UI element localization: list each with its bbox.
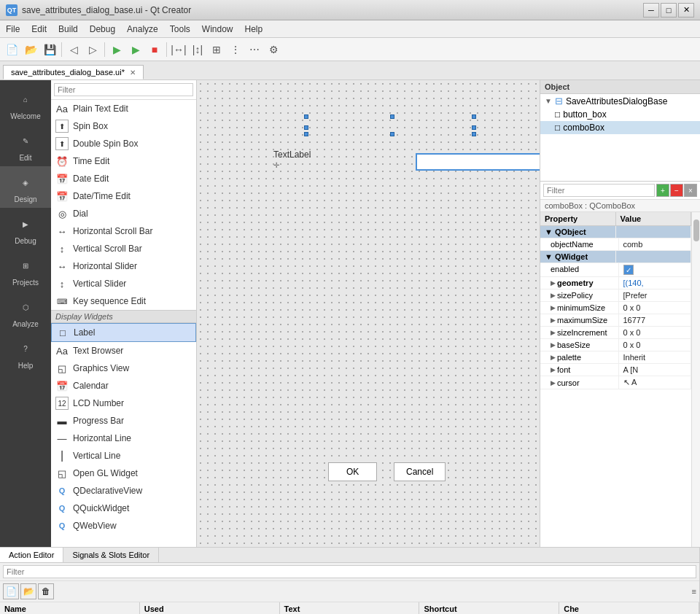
- toolbar-run[interactable]: ▶: [108, 41, 125, 58]
- tree-root[interactable]: ▼ ⊟ SaveAttributesDialogBase: [540, 94, 700, 108]
- mode-welcome[interactable]: ⌂ Welcome: [0, 83, 51, 125]
- pfbtn-green[interactable]: +: [656, 184, 669, 197]
- menu-debug[interactable]: Debug: [84, 23, 121, 36]
- menu-file[interactable]: File: [0, 23, 26, 36]
- widget-datetime-edit[interactable]: 📅 Date/Time Edit: [51, 187, 196, 205]
- toolbar-btn-a[interactable]: |↔|: [170, 41, 187, 58]
- widget-opengl[interactable]: ◱ Open GL Widget: [51, 465, 196, 482]
- widget-dial[interactable]: ◎ Dial: [51, 205, 196, 222]
- action-open-btn[interactable]: 📂: [20, 583, 36, 599]
- property-scrollbar[interactable]: [691, 212, 700, 547]
- widget-label: Horizontal Slider: [73, 261, 137, 271]
- widget-double-spin-box[interactable]: ⬆ Double Spin Box: [51, 135, 196, 152]
- toolbar-settings[interactable]: ⚙: [265, 41, 282, 58]
- prop-palette[interactable]: ▶ palette Inherit: [540, 351, 691, 364]
- tree-button-box[interactable]: □ button_box: [540, 108, 700, 121]
- mode-design[interactable]: ◈ Design: [0, 166, 51, 208]
- toolbar-btn-d[interactable]: ⋮: [227, 41, 244, 58]
- prop-enabled[interactable]: enabled ✓: [540, 263, 691, 277]
- toolbar-back[interactable]: ◁: [65, 41, 82, 58]
- close-button[interactable]: ✕: [678, 3, 694, 18]
- widget-vline[interactable]: | Vertical Line: [51, 447, 196, 465]
- property-scroll-thumb: [693, 219, 699, 241]
- widget-plain-text-edit[interactable]: Aa Plain Text Edit: [51, 100, 196, 117]
- menu-analyze[interactable]: Analyze: [121, 23, 164, 36]
- toolbar-open[interactable]: 📂: [22, 41, 39, 58]
- widget-hscroll[interactable]: ↔ Horizontal Scroll Bar: [51, 222, 196, 240]
- prop-font[interactable]: ▶ font A [N: [540, 364, 691, 376]
- prop-basesize[interactable]: ▶ baseSize 0 x 0: [540, 339, 691, 351]
- widget-qwebview[interactable]: Q QWebView: [51, 517, 196, 535]
- tab-signals-slots[interactable]: Signals & Slots Editor: [63, 548, 159, 562]
- menu-build[interactable]: Build: [52, 23, 84, 36]
- widget-filter-input[interactable]: [54, 83, 193, 96]
- widget-text-browser[interactable]: Aa Text Browser: [51, 342, 196, 360]
- widget-label-item[interactable]: □ Label: [51, 323, 196, 342]
- widget-graphics-view[interactable]: ◱ Graphics View: [51, 360, 196, 377]
- menu-edit[interactable]: Edit: [26, 23, 52, 36]
- toolbar-forward[interactable]: ▷: [84, 41, 101, 58]
- widget-progress-bar[interactable]: ▬ Progress Bar: [51, 412, 196, 430]
- prop-sizeincrement[interactable]: ▶ sizeIncrement 0 x 0: [540, 327, 691, 339]
- canvas-label[interactable]: TextLabel ✛: [273, 149, 311, 170]
- handle-tm: [390, 114, 394, 119]
- mode-analyze[interactable]: ⬡ Analyze: [0, 291, 51, 333]
- toolbar-btn-e[interactable]: ⋯: [246, 41, 263, 58]
- prop-sizepolicy[interactable]: ▶ sizePolicy [Prefer: [540, 289, 691, 302]
- widget-label: Date/Time Edit: [73, 191, 131, 201]
- menu-help[interactable]: Help: [239, 23, 269, 36]
- widget-qdeclarative[interactable]: Q QDeclarativeView: [51, 482, 196, 500]
- mode-edit[interactable]: ✎ Edit: [0, 125, 51, 166]
- widget-vslider[interactable]: ↕ Vertical Slider: [51, 275, 196, 292]
- toolbar-new[interactable]: 📄: [3, 41, 20, 58]
- window-controls[interactable]: ─ □ ✕: [643, 3, 694, 18]
- menu-window[interactable]: Window: [196, 23, 239, 36]
- canvas-cancel-button[interactable]: Cancel: [394, 462, 446, 481]
- widget-lcd-number[interactable]: 12 LCD Number: [51, 395, 196, 412]
- toolbar-btn-c[interactable]: ⊞: [208, 41, 225, 58]
- menu-tools[interactable]: Tools: [164, 23, 196, 36]
- action-delete-btn[interactable]: 🗑: [38, 583, 54, 599]
- toolbar-debug-run[interactable]: ▶: [127, 41, 144, 58]
- widget-spin-box[interactable]: ⬆ Spin Box: [51, 117, 196, 135]
- tree-combobox[interactable]: □ comboBox: [540, 121, 700, 134]
- prop-maximumsize[interactable]: ▶ maximumSize 16777: [540, 314, 691, 327]
- tab-ui-file[interactable]: save_attributes_dialog_base.ui* ✕: [3, 65, 144, 79]
- tab-action-editor[interactable]: Action Editor: [0, 548, 63, 562]
- prop-name: ▶ palette: [540, 351, 619, 363]
- action-filter-input[interactable]: [3, 565, 696, 578]
- minimize-button[interactable]: ─: [643, 3, 659, 18]
- widget-keyseq[interactable]: ⌨ Key sequence Edit: [51, 292, 196, 310]
- mode-projects[interactable]: ⊞ Projects: [0, 249, 51, 291]
- toolbar-save[interactable]: 💾: [41, 41, 58, 58]
- widget-time-edit[interactable]: ⏰ Time Edit: [51, 152, 196, 170]
- widget-hslider[interactable]: ↔ Horizontal Slider: [51, 257, 196, 275]
- widget-qquick[interactable]: Q QQuickWidget: [51, 500, 196, 517]
- prop-cursor[interactable]: ▶ cursor ↖ A: [540, 376, 691, 389]
- mode-sidebar: ⌂ Welcome ✎ Edit ◈ Design ▶ Debug ⊞ Proj…: [0, 80, 51, 547]
- qwebview-icon: Q: [55, 519, 69, 532]
- toolbar-btn-b[interactable]: |↕|: [189, 41, 206, 58]
- mode-edit-label: Edit: [19, 154, 31, 162]
- prop-objectname[interactable]: objectName comb: [540, 238, 691, 251]
- property-filter-input[interactable]: [543, 184, 655, 197]
- tab-close-icon[interactable]: ✕: [130, 69, 136, 77]
- canvas-label-text: TextLabel: [273, 149, 311, 160]
- mode-debug[interactable]: ▶ Debug: [0, 208, 51, 249]
- widget-calendar[interactable]: 📅 Calendar: [51, 377, 196, 395]
- toolbar-sep-1: [61, 42, 62, 57]
- toolbar-stop[interactable]: ■: [146, 41, 163, 58]
- widget-date-edit[interactable]: 📅 Date Edit: [51, 170, 196, 187]
- prop-geometry[interactable]: ▶ geometry [(140,: [540, 277, 691, 289]
- widget-vscroll[interactable]: ↕ Vertical Scroll Bar: [51, 240, 196, 257]
- widget-hline[interactable]: — Horizontal Line: [51, 430, 196, 447]
- canvas-combobox[interactable]: [416, 153, 540, 171]
- prop-minimumsize[interactable]: ▶ minimumSize 0 x 0: [540, 302, 691, 314]
- canvas-ok-button[interactable]: OK: [328, 462, 377, 481]
- mode-help[interactable]: ? Help: [0, 333, 51, 374]
- action-new-btn[interactable]: 📄: [3, 583, 19, 599]
- pfbtn-red[interactable]: −: [670, 184, 683, 197]
- pfbtn-gray[interactable]: ×: [684, 184, 697, 197]
- enabled-checkbox[interactable]: ✓: [623, 265, 634, 275]
- maximize-button[interactable]: □: [661, 3, 677, 18]
